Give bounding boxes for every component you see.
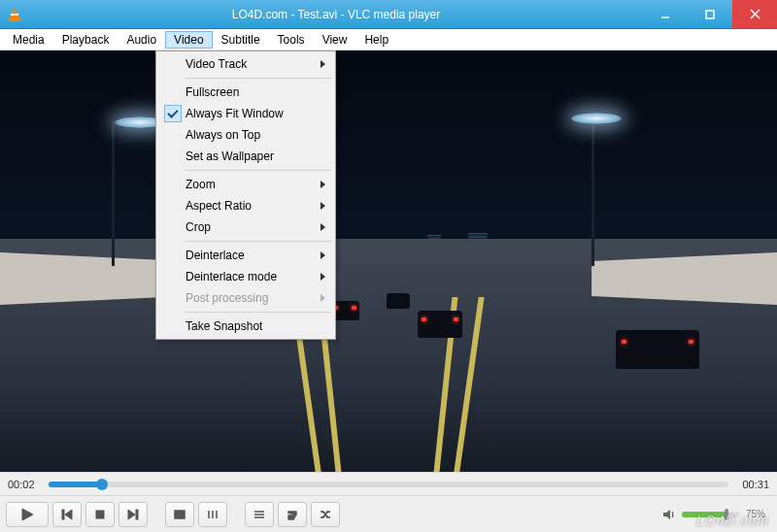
menu-item-label: Deinterlace mode <box>186 270 277 283</box>
shuffle-button[interactable] <box>311 502 340 527</box>
submenu-arrow-icon <box>321 181 325 188</box>
menubar: Media Playback Audio Video Subtitle Tool… <box>0 29 777 50</box>
check-icon <box>164 105 182 122</box>
seek-bar: 00:02 00:31 <box>0 472 777 495</box>
svg-marker-8 <box>128 510 135 519</box>
menu-audio[interactable]: Audio <box>118 31 165 49</box>
loop-button[interactable] <box>278 502 307 527</box>
menu-fullscreen[interactable]: Fullscreen <box>158 82 333 103</box>
menu-item-label: Aspect Ratio <box>186 199 252 213</box>
svg-marker-4 <box>22 509 33 520</box>
volume-slider[interactable] <box>682 512 740 517</box>
submenu-arrow-icon <box>321 273 325 281</box>
svg-rect-10 <box>175 511 185 518</box>
seek-track[interactable] <box>49 482 728 487</box>
menu-separator <box>186 170 331 171</box>
current-time: 00:02 <box>8 479 41 490</box>
menu-zoom[interactable]: Zoom <box>158 174 333 195</box>
menu-item-label: Take Snapshot <box>186 319 262 333</box>
menu-item-label: Deinterlace <box>186 249 245 262</box>
menu-set-as-wallpaper[interactable]: Set as Wallpaper <box>158 146 333 167</box>
svg-rect-1 <box>706 11 714 18</box>
menu-video[interactable]: Video <box>165 31 212 49</box>
menu-separator <box>186 241 331 242</box>
control-bar: 75% <box>0 495 777 532</box>
stop-button[interactable] <box>85 502 115 527</box>
volume-percent: 75% <box>746 509 765 519</box>
extended-settings-button[interactable] <box>198 502 227 527</box>
menu-aspect-ratio[interactable]: Aspect Ratio <box>158 195 333 216</box>
menu-item-label: Fullscreen <box>186 85 239 99</box>
menu-item-label: Zoom <box>186 178 216 191</box>
playlist-button[interactable] <box>245 502 274 527</box>
svg-rect-7 <box>96 511 104 518</box>
menu-always-on-top[interactable]: Always on Top <box>158 124 333 146</box>
submenu-arrow-icon <box>321 251 325 259</box>
submenu-arrow-icon <box>321 294 325 302</box>
menu-item-label: Post processing <box>186 291 268 305</box>
total-time: 00:31 <box>736 479 769 490</box>
maximize-button[interactable] <box>688 0 732 28</box>
menu-view[interactable]: View <box>314 31 356 49</box>
menu-take-snapshot[interactable]: Take Snapshot <box>158 316 333 337</box>
svg-rect-5 <box>62 510 64 519</box>
vlc-cone-icon <box>8 8 21 21</box>
menu-crop[interactable]: Crop <box>158 216 333 238</box>
next-button[interactable] <box>118 502 148 527</box>
menu-video-track[interactable]: Video Track <box>158 53 333 75</box>
menu-playback[interactable]: Playback <box>53 31 118 49</box>
close-button[interactable] <box>732 0 777 28</box>
submenu-arrow-icon <box>321 60 325 68</box>
seek-thumb[interactable] <box>96 479 108 490</box>
svg-marker-17 <box>663 510 670 519</box>
menu-separator <box>186 312 331 313</box>
menu-post-processing: Post processing <box>158 287 333 309</box>
menu-deinterlace[interactable]: Deinterlace <box>158 245 333 266</box>
svg-rect-9 <box>136 510 138 519</box>
menu-item-label: Set as Wallpaper <box>186 150 274 163</box>
play-button[interactable] <box>6 502 49 527</box>
fullscreen-button[interactable] <box>165 502 194 527</box>
menu-item-label: Always on Top <box>186 128 260 142</box>
menu-media[interactable]: Media <box>4 31 53 49</box>
menu-item-label: Always Fit Window <box>186 107 284 120</box>
menu-subtitle[interactable]: Subtitle <box>213 31 269 49</box>
previous-button[interactable] <box>52 502 82 527</box>
titlebar: LO4D.com - Test.avi - VLC media player <box>0 0 777 29</box>
volume-thumb[interactable] <box>725 509 728 520</box>
window-title: LO4D.com - Test.avi - VLC media player <box>29 8 643 21</box>
submenu-arrow-icon <box>321 223 325 231</box>
video-dropdown: Video Track Fullscreen Always Fit Window… <box>155 50 336 340</box>
seek-progress <box>49 482 103 487</box>
video-frame <box>0 50 777 472</box>
menu-item-label: Video Track <box>186 57 247 71</box>
menu-help[interactable]: Help <box>355 31 397 49</box>
minimize-button[interactable] <box>643 0 688 28</box>
svg-marker-6 <box>65 510 72 519</box>
video-viewport[interactable]: Video Track Fullscreen Always Fit Window… <box>0 50 777 472</box>
volume-icon[interactable] <box>662 508 676 521</box>
menu-always-fit-window[interactable]: Always Fit Window <box>158 103 333 124</box>
app-icon <box>0 8 29 21</box>
menu-item-label: Crop <box>186 220 211 234</box>
menu-tools[interactable]: Tools <box>269 31 314 49</box>
menu-separator <box>186 78 331 79</box>
submenu-arrow-icon <box>321 202 325 210</box>
menu-deinterlace-mode[interactable]: Deinterlace mode <box>158 266 333 287</box>
